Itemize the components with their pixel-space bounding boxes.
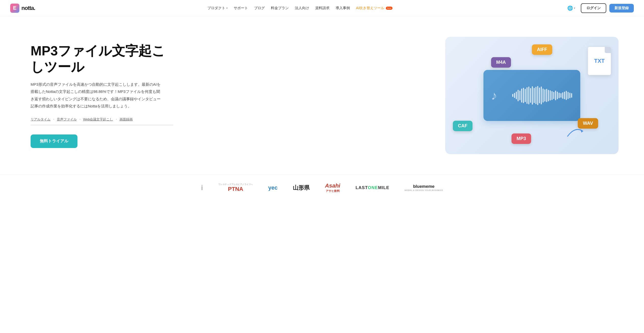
language-button[interactable]: 🌐 ▾ — [565, 4, 578, 13]
partner-asahi: Asahi アサヒ飲料 — [325, 182, 340, 193]
hero-illustration: ♪ AIFF M4A CAF MP3 WAV TXT — [445, 37, 619, 154]
hero-title: MP3ファイル文字起こしツール — [31, 43, 173, 75]
nav-pricing[interactable]: 料金プラン — [271, 6, 289, 10]
partner-ptna: ワンステップアとのピアノライフへ PTNA — [218, 183, 253, 192]
link-screen-record[interactable]: 画面録画 — [120, 117, 133, 122]
nav-blog[interactable]: ブログ — [254, 6, 265, 10]
hero-content: MP3ファイル文字起こしツール MP3形式の音声ファイルを高速かつ自動的に文字起… — [31, 43, 173, 148]
hero-description: MP3形式の音声ファイルを高速かつ自動的に文字起こしします。最新のAIを搭載した… — [31, 81, 163, 110]
nav-enterprise[interactable]: 法人向け — [295, 6, 309, 10]
nav-cases[interactable]: 導入事例 — [336, 6, 350, 10]
partners-section: i ワンステップアとのピアノライフへ PTNA yec 山形県 Asahi アサ… — [0, 175, 644, 201]
nav-ai-tool[interactable]: AI吹き替えツール New — [356, 6, 392, 10]
chevron-down-icon: ▾ — [226, 7, 228, 9]
format-badge-caf: CAF — [453, 121, 472, 131]
txt-label: TXT — [594, 58, 605, 64]
logo-link[interactable]: E notta. — [10, 4, 35, 13]
nav-support[interactable]: サポート — [234, 6, 248, 10]
partner-bluememe: bluememe MODEL & DESIGN YOUR BUSINESS — [405, 184, 443, 191]
logo-text: notta. — [21, 5, 35, 11]
hero-section: MP3ファイル文字起こしツール MP3形式の音声ファイルを高速かつ自動的に文字起… — [0, 16, 644, 175]
partner-lastone: LASTONEMILE — [356, 185, 389, 190]
music-note-icon: ♪ — [491, 89, 497, 103]
chevron-down-icon: ▾ — [574, 7, 575, 9]
svg-marker-0 — [580, 129, 583, 133]
trial-button[interactable]: 無料トライアル — [31, 134, 77, 148]
register-button[interactable]: 新規登録 — [609, 4, 634, 13]
login-button[interactable]: ログイン — [581, 3, 606, 13]
format-badge-m4a: M4A — [491, 57, 511, 68]
waveform — [492, 86, 572, 105]
nav-product[interactable]: プロダクト ▾ — [207, 6, 228, 10]
link-realtime[interactable]: リアルタイム — [31, 117, 50, 122]
partner-yec: yec — [268, 184, 278, 191]
nav-request[interactable]: 資料請求 — [315, 6, 330, 10]
globe-icon: 🌐 — [567, 5, 573, 11]
header: E notta. プロダクト ▾ サポート ブログ 料金プラン 法人向け 資料請… — [0, 0, 644, 16]
partner-yamagata: 山形県 — [293, 184, 310, 192]
main-nav: プロダクト ▾ サポート ブログ 料金プラン 法人向け 資料請求 導入事例 AI… — [207, 6, 392, 10]
link-web-meeting[interactable]: Web会議文字起こし — [83, 117, 113, 122]
format-badge-mp3: MP3 — [511, 133, 531, 144]
logo-letter: E — [13, 5, 16, 11]
header-actions: 🌐 ▾ ログイン 新規登録 — [565, 3, 634, 13]
conversion-arrow — [565, 124, 585, 139]
link-audio-file[interactable]: 音声ファイル — [57, 117, 77, 122]
hero-links: リアルタイム ・ 音声ファイル ・ Web会議文字起こし ・ 画面録画 — [31, 117, 173, 125]
new-badge: New — [386, 7, 392, 10]
audio-card: ♪ — [483, 70, 580, 121]
output-file-txt: TXT — [588, 47, 611, 75]
format-badge-aiff: AIFF — [532, 44, 552, 55]
logo-icon: E — [10, 4, 19, 13]
partner-unknown: i — [201, 184, 203, 192]
